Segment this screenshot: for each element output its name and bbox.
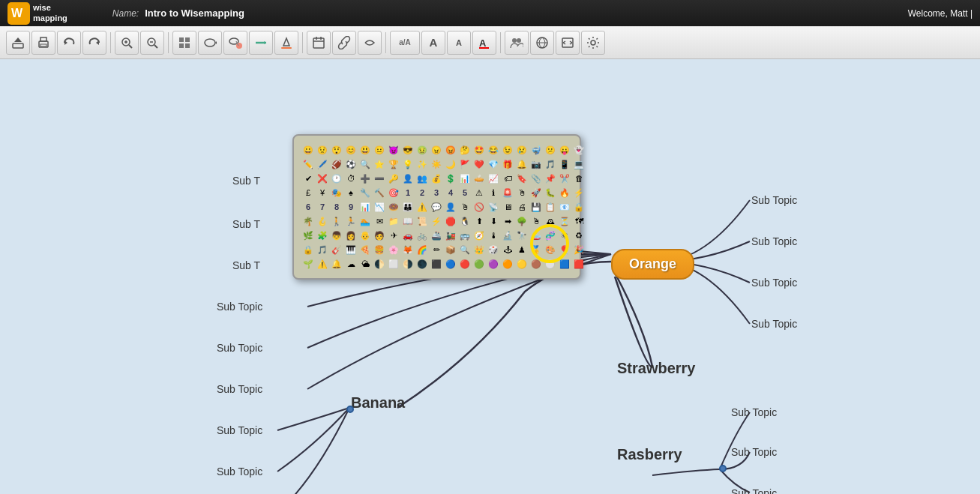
icon-heart[interactable]: ❤️ [472,157,486,171]
arrange-button[interactable] [172,31,196,55]
icon-tongue[interactable]: 😛 [558,143,571,157]
icon-man4[interactable]: 🧑 [373,229,386,242]
icon-magnify[interactable]: 🔬 [501,229,514,242]
icon-lightning[interactable]: ⚡ [572,186,586,199]
icon-sick[interactable]: 🤢 [415,143,429,157]
icon-search[interactable]: 🔍 [358,157,372,171]
color-fill-button[interactable] [274,31,298,55]
icon-joystick[interactable]: 🕹 [501,243,514,256]
subtopic-lb1[interactable]: Sub Topic [217,424,262,436]
icon-num4[interactable]: 4 [444,186,457,199]
icon-cancel[interactable]: 🚫 [472,200,486,214]
icon-line-chart[interactable]: 📉 [373,200,386,214]
icon-minus[interactable]: ➖ [373,172,386,185]
icon-timer[interactable]: ⏱ [344,172,358,185]
icon-num1[interactable]: 1 [401,186,415,199]
icon-purple-circle[interactable]: 🟣 [487,257,500,271]
icon-rainbow[interactable]: 🌈 [415,243,429,256]
icon-piano[interactable]: 🎹 [344,243,358,256]
icon-warning[interactable]: ⚠ [472,186,486,199]
icon-pencil[interactable]: ✏️ [301,157,315,171]
icon-pie[interactable]: 🥧 [472,172,486,185]
icon-surprised[interactable]: 😲 [330,143,343,157]
icon-donut[interactable]: 🍩 [387,200,400,214]
redo-button[interactable] [82,31,106,55]
export-button[interactable] [6,31,30,55]
font-color-button[interactable]: A [472,31,496,55]
icon-pushpin[interactable]: 📌 [544,172,557,185]
icon-yen[interactable]: ¥ [316,186,329,199]
icon-angry[interactable]: 😠 [430,143,443,157]
icon-leaf[interactable]: 🌿 [301,229,315,242]
icon-num9[interactable]: 9 [344,200,358,214]
icon-dollar[interactable]: 💲 [444,172,457,185]
central-node-orange[interactable]: Orange [611,249,694,280]
zoom-in-button[interactable] [115,31,139,55]
settings-button[interactable] [581,31,605,55]
icon-brown-circle[interactable]: 🟤 [529,257,543,271]
icon-pizza[interactable]: 🍕 [358,243,372,256]
icon-yellow-circle[interactable]: 🟡 [515,257,529,271]
icon-full-moon[interactable]: 🌑 [415,257,429,271]
subtopic-r3[interactable]: Sub Topic [751,277,797,289]
icon-orange-circle[interactable]: 🟠 [501,257,514,271]
icon-flag[interactable]: 🚩 [458,157,472,171]
relation-button[interactable] [358,31,382,55]
icon-confused[interactable]: 😕 [544,143,557,157]
font-size-down-button[interactable]: A [447,31,471,55]
icon-sad[interactable]: 😟 [316,143,329,157]
icon-hammer[interactable]: 🔨 [373,186,386,199]
icon-pound[interactable]: £ [301,186,315,199]
icon-burger[interactable]: 🍔 [373,243,386,256]
icon-guitar[interactable]: 🎸 [330,243,343,256]
icon-puzzle[interactable]: 🧩 [316,229,329,242]
icon-evil[interactable]: 👿 [387,143,400,157]
icon-moon[interactable]: 🌙 [444,157,457,171]
print-button[interactable] [31,31,55,55]
icon-chart[interactable]: 📊 [458,172,472,185]
icon-black-circle[interactable]: ⬛ [430,257,443,271]
icon-cursor[interactable]: 🖱 [515,186,529,199]
icon-num5[interactable]: 5 [458,186,472,199]
font-size-label-button[interactable]: a/A [390,31,420,55]
icon-alert[interactable]: 🚨 [501,186,514,199]
icon-lock[interactable]: 🔒 [572,200,586,214]
icon-ball[interactable]: 🏈 [330,157,343,171]
subtopic-r1[interactable]: Sub Topic [751,194,797,206]
icon-pencil2[interactable]: ✏ [430,243,443,256]
topic-shape-button[interactable] [198,31,222,55]
icon-warning3[interactable]: ⚠️ [316,257,329,271]
icon-hourglass[interactable]: ⏳ [558,214,571,228]
icon-man2[interactable]: 👩 [344,229,358,242]
icon-info2[interactable]: 💬 [430,200,443,214]
line-style-button[interactable] [249,31,273,55]
icon-email[interactable]: 📧 [558,200,571,214]
subtopic-l3[interactable]: Sub T [232,259,260,271]
icon-dna[interactable]: 🧬 [544,229,557,242]
icon-music2[interactable]: 🎵 [316,243,329,256]
icon-clock2[interactable]: 🕰 [544,214,557,228]
icon-bulb[interactable]: 💡 [401,157,415,171]
icon-arrow-right[interactable]: ➡ [501,214,514,228]
mindmap-canvas[interactable]: Orange Sub Topic Sub Topic Sub Topic Sub… [0,59,980,494]
icon-wifi[interactable]: 📡 [487,200,500,214]
raspberry-node[interactable]: Rasberry [617,446,682,463]
subtopic-l1[interactable]: Sub T [232,175,260,187]
icon-person2[interactable]: 👤 [444,200,457,214]
icon-floppy[interactable]: 💾 [529,200,543,214]
logo[interactable]: W wisemapping [7,2,67,25]
icon-laptop[interactable]: 💻 [572,157,586,171]
icon-fox[interactable]: 🦊 [401,243,415,256]
icon-maps[interactable]: 🗺 [572,214,586,228]
icon-thermometer[interactable]: 🌡 [487,229,500,242]
icon-bug[interactable]: 🐛 [544,186,557,199]
icon-phone[interactable]: 📱 [558,157,571,171]
icon-bell2[interactable]: 🔔 [330,257,343,271]
icon-bus[interactable]: 🚌 [458,229,472,242]
icon-cloud[interactable]: ☁ [344,257,358,271]
icon-happy[interactable]: 😀 [301,143,315,157]
icon-spade[interactable]: ♠ [344,186,358,199]
icon-plane[interactable]: ✈ [387,229,400,242]
icon-clipboard[interactable]: 📋 [544,200,557,214]
icon-picker-popup[interactable]: 😀 😟 😲 😊 😃 😐 👿 😎 🤢 😠 😡 🤔 🤩 😂 😉 😢 🤿 😕 😛 👻 … [292,134,581,280]
